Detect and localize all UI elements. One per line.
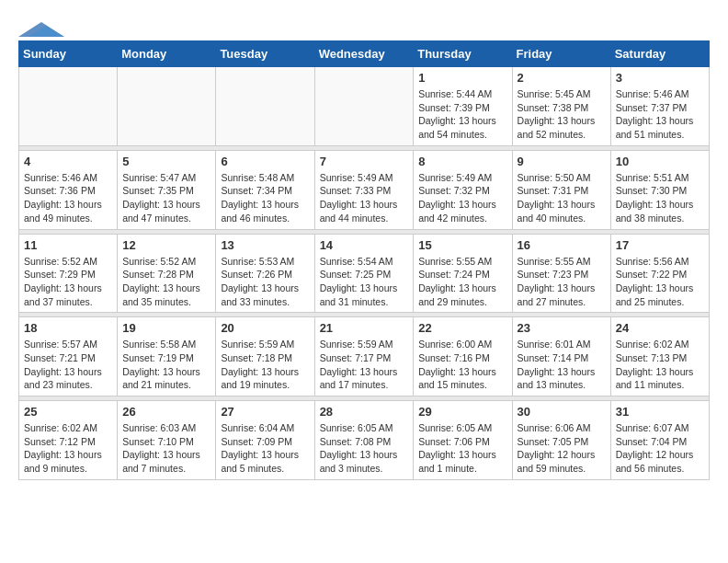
day-info: Sunrise: 5:59 AMSunset: 7:17 PMDaylight:… [320, 338, 409, 392]
calendar-cell: 2Sunrise: 5:45 AMSunset: 7:38 PMDaylight… [512, 67, 610, 146]
calendar-cell: 11Sunrise: 5:52 AMSunset: 7:29 PMDayligh… [19, 234, 118, 313]
day-info: Sunrise: 5:57 AMSunset: 7:21 PMDaylight:… [24, 338, 112, 392]
calendar-cell: 4Sunrise: 5:46 AMSunset: 7:36 PMDaylight… [19, 150, 118, 229]
calendar-cell: 5Sunrise: 5:47 AMSunset: 7:35 PMDaylight… [118, 150, 216, 229]
day-number: 31 [616, 405, 704, 419]
calendar-cell: 26Sunrise: 6:03 AMSunset: 7:10 PMDayligh… [118, 401, 216, 480]
calendar-cell: 15Sunrise: 5:55 AMSunset: 7:24 PMDayligh… [414, 234, 512, 313]
calendar-cell: 8Sunrise: 5:49 AMSunset: 7:32 PMDaylight… [414, 150, 512, 229]
calendar-table: SundayMondayTuesdayWednesdayThursdayFrid… [18, 40, 710, 480]
day-info: Sunrise: 5:50 AMSunset: 7:31 PMDaylight:… [518, 171, 606, 225]
day-number: 26 [122, 405, 210, 419]
day-info: Sunrise: 5:49 AMSunset: 7:32 PMDaylight:… [418, 171, 506, 225]
weekday-header-tuesday: Tuesday [216, 41, 314, 67]
calendar-cell: 7Sunrise: 5:49 AMSunset: 7:33 PMDaylight… [314, 150, 414, 229]
day-number: 13 [221, 238, 309, 252]
day-number: 28 [320, 405, 409, 419]
weekday-header-row: SundayMondayTuesdayWednesdayThursdayFrid… [19, 41, 710, 67]
calendar-cell: 31Sunrise: 6:07 AMSunset: 7:04 PMDayligh… [610, 401, 709, 480]
calendar-cell: 20Sunrise: 5:59 AMSunset: 7:18 PMDayligh… [216, 317, 314, 396]
day-number: 23 [518, 321, 606, 335]
calendar-cell: 22Sunrise: 6:00 AMSunset: 7:16 PMDayligh… [414, 317, 512, 396]
logo [18, 18, 64, 26]
calendar-cell: 24Sunrise: 6:02 AMSunset: 7:13 PMDayligh… [610, 317, 709, 396]
day-info: Sunrise: 6:03 AMSunset: 7:10 PMDaylight:… [122, 421, 210, 476]
day-info: Sunrise: 5:52 AMSunset: 7:28 PMDaylight:… [122, 255, 210, 309]
day-number: 6 [221, 155, 309, 168]
day-number: 9 [518, 155, 606, 168]
calendar-cell: 10Sunrise: 5:51 AMSunset: 7:30 PMDayligh… [610, 150, 709, 229]
day-number: 29 [418, 405, 506, 419]
day-number: 2 [518, 71, 606, 85]
day-info: Sunrise: 6:06 AMSunset: 7:05 PMDaylight:… [518, 421, 606, 476]
day-info: Sunrise: 6:05 AMSunset: 7:08 PMDaylight:… [320, 421, 409, 476]
calendar-cell [118, 67, 216, 146]
day-info: Sunrise: 5:52 AMSunset: 7:29 PMDaylight:… [24, 255, 112, 309]
day-info: Sunrise: 6:05 AMSunset: 7:06 PMDaylight:… [418, 421, 506, 476]
day-info: Sunrise: 6:00 AMSunset: 7:16 PMDaylight:… [418, 338, 506, 392]
day-info: Sunrise: 5:56 AMSunset: 7:22 PMDaylight:… [616, 255, 704, 309]
day-number: 14 [320, 238, 409, 252]
day-info: Sunrise: 5:45 AMSunset: 7:38 PMDaylight:… [518, 87, 606, 142]
day-number: 4 [24, 155, 112, 168]
weekday-header-wednesday: Wednesday [314, 41, 414, 67]
calendar-cell: 6Sunrise: 5:48 AMSunset: 7:34 PMDaylight… [216, 150, 314, 229]
calendar-cell: 23Sunrise: 6:01 AMSunset: 7:14 PMDayligh… [512, 317, 610, 396]
weekday-header-thursday: Thursday [414, 41, 512, 67]
calendar-cell: 27Sunrise: 6:04 AMSunset: 7:09 PMDayligh… [216, 401, 314, 480]
calendar-cell: 17Sunrise: 5:56 AMSunset: 7:22 PMDayligh… [610, 234, 709, 313]
page-header [18, 18, 710, 26]
day-number: 11 [24, 238, 112, 252]
calendar-week-row: 11Sunrise: 5:52 AMSunset: 7:29 PMDayligh… [19, 234, 710, 313]
day-number: 25 [24, 405, 112, 419]
day-number: 18 [24, 321, 112, 335]
day-number: 3 [616, 71, 704, 85]
logo-icon [18, 20, 64, 39]
day-info: Sunrise: 5:46 AMSunset: 7:36 PMDaylight:… [24, 171, 112, 225]
day-number: 16 [518, 238, 606, 252]
day-number: 5 [122, 155, 210, 168]
calendar-cell: 30Sunrise: 6:06 AMSunset: 7:05 PMDayligh… [512, 401, 610, 480]
day-number: 8 [418, 155, 506, 168]
calendar-cell [314, 67, 414, 146]
calendar-week-row: 18Sunrise: 5:57 AMSunset: 7:21 PMDayligh… [19, 317, 710, 396]
calendar-cell: 16Sunrise: 5:55 AMSunset: 7:23 PMDayligh… [512, 234, 610, 313]
day-number: 1 [418, 71, 506, 85]
day-number: 19 [122, 321, 210, 335]
calendar-cell: 19Sunrise: 5:58 AMSunset: 7:19 PMDayligh… [118, 317, 216, 396]
day-number: 27 [221, 405, 309, 419]
day-number: 7 [320, 155, 409, 168]
calendar-cell: 13Sunrise: 5:53 AMSunset: 7:26 PMDayligh… [216, 234, 314, 313]
day-number: 24 [616, 321, 704, 335]
day-info: Sunrise: 5:46 AMSunset: 7:37 PMDaylight:… [616, 87, 704, 142]
calendar-week-row: 1Sunrise: 5:44 AMSunset: 7:39 PMDaylight… [19, 67, 710, 146]
calendar-cell: 18Sunrise: 5:57 AMSunset: 7:21 PMDayligh… [19, 317, 118, 396]
weekday-header-sunday: Sunday [19, 41, 118, 67]
calendar-cell: 21Sunrise: 5:59 AMSunset: 7:17 PMDayligh… [314, 317, 414, 396]
calendar-week-row: 25Sunrise: 6:02 AMSunset: 7:12 PMDayligh… [19, 401, 710, 480]
weekday-header-friday: Friday [512, 41, 610, 67]
day-info: Sunrise: 5:59 AMSunset: 7:18 PMDaylight:… [221, 338, 309, 392]
day-number: 20 [221, 321, 309, 335]
day-info: Sunrise: 5:49 AMSunset: 7:33 PMDaylight:… [320, 171, 409, 225]
day-info: Sunrise: 6:02 AMSunset: 7:12 PMDaylight:… [24, 421, 112, 476]
calendar-cell: 3Sunrise: 5:46 AMSunset: 7:37 PMDaylight… [610, 67, 709, 146]
day-number: 12 [122, 238, 210, 252]
calendar-cell [216, 67, 314, 146]
day-number: 21 [320, 321, 409, 335]
calendar-cell: 14Sunrise: 5:54 AMSunset: 7:25 PMDayligh… [314, 234, 414, 313]
day-info: Sunrise: 6:04 AMSunset: 7:09 PMDaylight:… [221, 421, 309, 476]
calendar-cell: 29Sunrise: 6:05 AMSunset: 7:06 PMDayligh… [414, 401, 512, 480]
day-info: Sunrise: 5:54 AMSunset: 7:25 PMDaylight:… [320, 255, 409, 309]
weekday-header-saturday: Saturday [610, 41, 709, 67]
calendar-cell: 12Sunrise: 5:52 AMSunset: 7:28 PMDayligh… [118, 234, 216, 313]
day-info: Sunrise: 6:07 AMSunset: 7:04 PMDaylight:… [616, 421, 704, 476]
calendar-cell: 1Sunrise: 5:44 AMSunset: 7:39 PMDaylight… [414, 67, 512, 146]
day-number: 22 [418, 321, 506, 335]
calendar-cell: 25Sunrise: 6:02 AMSunset: 7:12 PMDayligh… [19, 401, 118, 480]
day-info: Sunrise: 5:55 AMSunset: 7:24 PMDaylight:… [418, 255, 506, 309]
day-info: Sunrise: 5:44 AMSunset: 7:39 PMDaylight:… [418, 87, 506, 142]
day-number: 17 [616, 238, 704, 252]
day-info: Sunrise: 5:51 AMSunset: 7:30 PMDaylight:… [616, 171, 704, 225]
calendar-cell [19, 67, 118, 146]
